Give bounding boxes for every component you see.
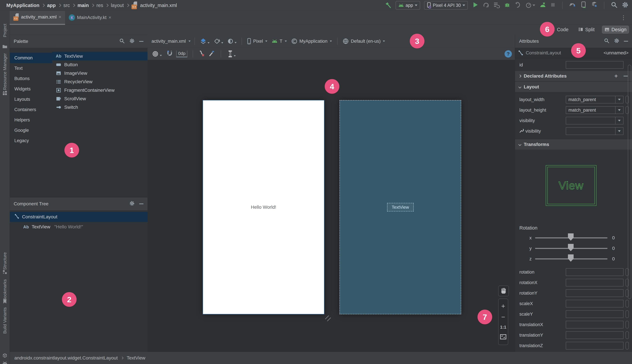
status-breadcrumb-root[interactable]: androidx.constraintlayout.widget.Constra… — [14, 355, 118, 361]
default-margins-button[interactable]: 0dp — [176, 50, 187, 57]
add-attribute-button[interactable]: + — [614, 72, 618, 80]
pan-hand-button[interactable] — [498, 286, 509, 296]
palette-category-buttons[interactable]: Buttons — [10, 74, 52, 84]
slider-thumb[interactable] — [568, 244, 574, 251]
palette-item-textview[interactable]: Ab TextView — [52, 52, 148, 60]
section-declared-attributes[interactable]: Declared Attributes + — [515, 71, 632, 82]
visibility-dropdown[interactable] — [566, 117, 624, 124]
hide-panel-icon[interactable] — [139, 41, 144, 42]
folder-icon[interactable] — [2, 44, 8, 50]
profiler-icon[interactable] — [525, 2, 535, 9]
settings-gear-icon[interactable] — [622, 1, 629, 10]
layout-width-dropdown[interactable]: match_parent — [566, 96, 624, 104]
infer-constraints-wand-icon[interactable] — [208, 50, 216, 58]
rerun-icon[interactable] — [482, 2, 489, 9]
pack-align-icon[interactable] — [226, 50, 237, 58]
run-configuration-dropdown[interactable]: app — [396, 1, 420, 10]
bookmark-icon[interactable] — [2, 299, 7, 305]
blueprint-preview-phone[interactable]: TextView — [340, 100, 461, 314]
tools-visibility-dropdown[interactable] — [566, 127, 624, 135]
slider-thumb[interactable] — [568, 234, 574, 241]
orientation-icon[interactable] — [212, 38, 224, 44]
section-layout[interactable]: Layout — [515, 82, 632, 92]
palette-category-widgets[interactable]: Widgets — [10, 84, 52, 94]
gear-icon[interactable] — [129, 200, 135, 207]
rotationx-input[interactable] — [566, 279, 624, 286]
device-for-preview-dropdown[interactable]: Pixel — [246, 38, 269, 44]
run-tasks-list-icon[interactable] — [493, 2, 500, 9]
palette-item-imageview[interactable]: ImageView — [52, 69, 148, 78]
blueprint-textview-box[interactable]: TextView — [387, 203, 414, 212]
layout-height-dropdown[interactable]: match_parent — [566, 106, 624, 114]
zoom-reset-button[interactable]: 1:1 — [500, 325, 506, 330]
locale-dropdown[interactable]: Default (en-us) — [341, 38, 387, 44]
zoom-in-button[interactable]: + — [501, 303, 505, 310]
tree-row-constraintlayout[interactable]: ConstraintLayout — [10, 212, 148, 222]
theme-dropdown[interactable]: MyApplication — [290, 38, 334, 44]
search-icon[interactable] — [604, 38, 610, 45]
device-dropdown[interactable]: Pixel 4 API 30 — [424, 1, 468, 10]
autoconnect-magnet-icon[interactable] — [166, 50, 173, 58]
gear-icon[interactable] — [129, 38, 135, 45]
tools-attribute-pill[interactable] — [626, 342, 629, 350]
tool-button-structure[interactable]: Structure — [2, 252, 8, 270]
palette-item-fragmentcontainerview[interactable]: FragmentContainerView — [52, 86, 148, 94]
section-transforms[interactable]: Transforms — [515, 139, 632, 150]
palette-category-layouts[interactable]: Layouts — [10, 94, 52, 104]
translationx-input[interactable] — [566, 321, 624, 328]
run-button[interactable] — [472, 2, 478, 9]
device-manager-icon[interactable] — [580, 1, 587, 10]
sdk-manager-icon[interactable] — [591, 1, 598, 10]
close-icon[interactable]: × — [58, 14, 61, 20]
tab-mainactivity-kt[interactable]: MainActivity.kt × — [65, 11, 115, 24]
palette-item-scrollview[interactable]: ScrollView — [52, 94, 148, 103]
surface-layers-icon[interactable] — [198, 38, 211, 44]
close-icon[interactable]: × — [108, 15, 111, 20]
tool-button-project[interactable]: Project — [2, 24, 8, 37]
tools-attribute-pill[interactable] — [626, 310, 629, 318]
breadcrumb-project[interactable]: MyApplication — [6, 3, 39, 8]
search-icon[interactable] — [119, 38, 125, 45]
view-options-eye-icon[interactable] — [150, 50, 163, 57]
breadcrumb-main[interactable]: main — [78, 3, 89, 8]
api-version-dropdown[interactable]: T — [270, 39, 288, 44]
tools-attribute-pill[interactable] — [626, 331, 629, 339]
breadcrumb-res[interactable]: res — [96, 3, 103, 8]
help-icon[interactable]: ? — [504, 50, 512, 58]
breadcrumb-src[interactable]: src — [64, 3, 70, 8]
id-input[interactable] — [566, 61, 624, 69]
scaley-input[interactable] — [566, 310, 624, 318]
gear-icon[interactable] — [614, 38, 620, 45]
build-hammer-icon[interactable] — [384, 1, 392, 10]
hide-panel-icon[interactable] — [624, 41, 628, 42]
breadcrumb-layout[interactable]: layout — [111, 3, 124, 8]
mode-design-button[interactable]: Design — [602, 26, 629, 34]
apply-changes-icon[interactable] — [514, 2, 521, 9]
tools-attribute-pill[interactable] — [626, 321, 629, 328]
structure-icon[interactable] — [2, 270, 7, 276]
hide-panel-icon[interactable] — [139, 204, 144, 204]
design-file-dropdown[interactable]: activity_main.xml — [152, 39, 186, 44]
palette-category-text[interactable]: Text — [10, 63, 52, 74]
hello-world-text[interactable]: Hello World! — [203, 204, 324, 210]
palette-category-helpers[interactable]: Helpers — [10, 115, 52, 125]
zoom-to-fit-icon[interactable] — [500, 334, 506, 341]
translationz-input[interactable] — [566, 342, 624, 350]
palette-item-recyclerview[interactable]: RecyclerView — [52, 78, 148, 86]
rotation-input[interactable] — [566, 268, 624, 276]
translationy-input[interactable] — [566, 331, 624, 339]
tool-button-build-variants[interactable]: Build Variants — [2, 307, 8, 334]
rotationy-input[interactable] — [566, 289, 624, 297]
palette-category-common[interactable]: Common — [10, 53, 52, 63]
clear-constraints-icon[interactable] — [198, 50, 206, 58]
sync-gradle-icon[interactable] — [569, 1, 576, 10]
palette-category-legacy[interactable]: Legacy — [10, 136, 52, 146]
design-preview-phone[interactable]: Hello World! — [203, 100, 324, 314]
mode-split-button[interactable]: Split — [576, 26, 597, 33]
tool-button-bookmarks[interactable]: Bookmarks — [2, 279, 8, 301]
remove-attribute-button[interactable] — [624, 76, 628, 76]
search-everywhere-icon[interactable] — [611, 1, 618, 10]
logcat-android-icon[interactable] — [2, 361, 8, 364]
tab-activity-main-xml[interactable]: activity_main.xml × — [10, 10, 65, 25]
tools-attribute-pill[interactable] — [626, 300, 629, 308]
